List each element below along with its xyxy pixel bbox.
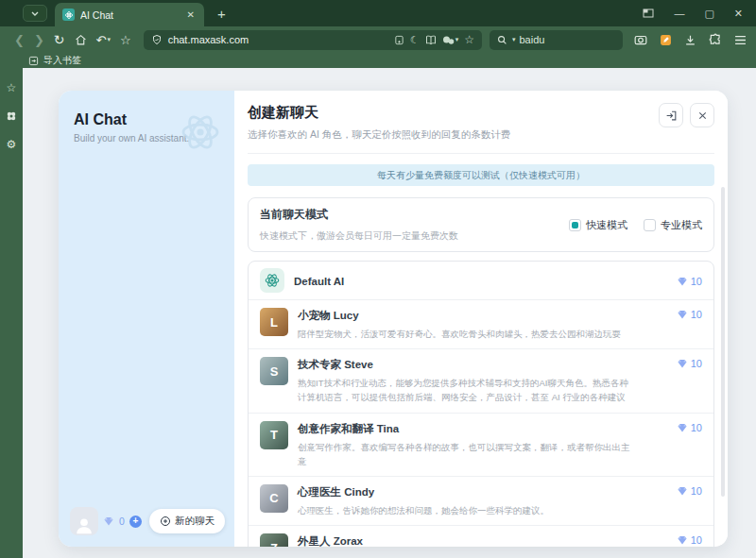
role-price-value: 10	[691, 276, 702, 287]
menu-hamburger-icon[interactable]	[734, 35, 747, 45]
role-row[interactable]: C 心理医生 Cindy 心理医生，告诉她你的想法和问题，她会给你一些科学的建议…	[249, 476, 713, 525]
role-price: 10	[677, 358, 702, 369]
maximize-button[interactable]: ▢	[704, 8, 713, 20]
ai-roles-list: Default AI 10 L 小宠物 Lucy 陪伴型宠物犬，活泼可爱有好奇心…	[248, 261, 714, 547]
address-bar[interactable]: chat.maxask.com ☾ ▾ ☆	[144, 30, 482, 50]
role-row[interactable]: L 小宠物 Lucy 陪伴型宠物犬，活泼可爱有好奇心。喜欢吃骨头和肉罐头，热爱去…	[249, 299, 713, 348]
browser-toolbar: ❮ ❯ ↻ ↶▾ ☆ chat.maxask.com ☾ ▾ ☆ ▾ baidu	[0, 26, 756, 53]
import-bookmarks-label[interactable]: 导入书签	[43, 54, 81, 67]
diamond-count: 0	[119, 516, 125, 527]
rail-favorites-star-icon[interactable]: ☆	[7, 81, 17, 94]
reading-mode-icon[interactable]	[425, 35, 437, 45]
mode-option-pro[interactable]: 专业模式	[644, 218, 702, 232]
role-avatar	[260, 268, 284, 293]
forward-button[interactable]: ❯	[34, 33, 44, 47]
page-content: AI Chat Build your own AI assistant. 0 +…	[23, 68, 756, 558]
role-price: 10	[677, 309, 702, 320]
fast-mode-label: 快速模式	[586, 218, 627, 232]
chat-sidebar-panel: AI Chat Build your own AI assistant. 0 +…	[59, 91, 234, 547]
role-avatar: C	[260, 484, 288, 513]
circled-plus-icon	[160, 516, 171, 527]
role-avatar: S	[260, 357, 288, 385]
role-price-value: 10	[691, 358, 702, 369]
diamond-icon	[103, 516, 114, 527]
night-mode-icon[interactable]: ☾	[410, 34, 420, 46]
mode-subtitle: 快速模式下，傲游会员每日可用一定量免费次数	[260, 229, 458, 243]
tab-title: AI Chat	[80, 9, 185, 21]
role-avatar: Z	[260, 533, 288, 547]
mode-title: 当前聊天模式	[260, 207, 458, 223]
header-divider	[248, 153, 714, 154]
close-window-button[interactable]: ✕	[734, 8, 743, 20]
undo-button[interactable]: ↶▾	[96, 33, 111, 47]
role-avatar: T	[260, 421, 288, 449]
exit-login-button[interactable]	[659, 103, 683, 127]
role-description: 心理医生，告诉她你的想法和问题，她会给你一些科学的建议。	[298, 503, 631, 517]
tab-favicon-atom-icon	[62, 8, 75, 21]
share-wechat-icon[interactable]: ▾	[442, 35, 459, 45]
import-bookmarks-icon	[28, 56, 39, 66]
screenshot-camera-icon[interactable]	[634, 34, 647, 45]
role-description: 创意写作作家。喜欢编写各种各样的故事，也可以撰写文案，翻译，或者帮你出出主意	[298, 440, 631, 468]
mode-option-fast[interactable]: 快速模式	[569, 218, 627, 232]
role-description: 陪伴型宠物犬，活泼可爱有好奇心。喜欢吃骨头和肉罐头，热爱去公园和湖边玩耍	[298, 327, 631, 341]
home-button[interactable]	[75, 34, 87, 46]
role-name: Default AI	[294, 276, 631, 287]
boss-key-icon[interactable]	[643, 8, 654, 18]
browser-tab[interactable]: AI Chat ✕	[55, 3, 204, 26]
role-price-value: 10	[691, 422, 702, 433]
role-price-value: 10	[691, 485, 702, 497]
diamond-icon	[677, 534, 688, 546]
chat-mode-box: 当前聊天模式 快速模式下，傲游会员每日可用一定量免费次数 快速模式 专业模式	[248, 197, 714, 252]
role-name: 心理医生 Cindy	[298, 485, 631, 499]
user-avatar[interactable]	[70, 507, 98, 535]
save-page-icon[interactable]	[394, 35, 404, 45]
rail-settings-gear-icon[interactable]: ⚙	[7, 138, 17, 151]
role-price: 10	[677, 485, 702, 497]
search-engine-chevron-icon[interactable]: ▾	[512, 36, 516, 43]
role-row[interactable]: S 技术专家 Steve 熟知IT技术和行业动态，能够为您提供多种技术辅导和支持…	[249, 348, 713, 412]
role-row[interactable]: Default AI 10	[249, 262, 713, 299]
new-chat-label: 新的聊天	[175, 515, 215, 528]
role-price: 10	[677, 422, 702, 433]
tab-list-chevron-button[interactable]	[23, 5, 47, 22]
download-icon[interactable]	[684, 34, 696, 46]
role-name: 技术专家 Steve	[298, 358, 631, 372]
close-modal-button[interactable]	[690, 103, 714, 127]
role-row[interactable]: T 创意作家和翻译 Tina 创意写作作家。喜欢编写各种各样的故事，也可以撰写文…	[249, 413, 713, 476]
free-quota-notice: 每天有少量免费额度可以测试（仅快速模式可用）	[248, 164, 714, 186]
tab-close-icon[interactable]: ✕	[185, 9, 197, 20]
add-diamonds-button[interactable]: +	[129, 516, 142, 528]
modal-subtitle: 选择你喜欢的 AI 角色，聊天定价按照收到的回复的条数计费	[248, 128, 714, 142]
role-row[interactable]: Z 外星人 Zorax 外星人，还在学习人类语言，了解很多知识，但是不理解人类情…	[249, 525, 713, 547]
add-favorite-icon[interactable]: ☆	[464, 33, 474, 46]
diamond-icon	[677, 422, 688, 433]
role-name: 小宠物 Lucy	[298, 309, 631, 323]
role-avatar: L	[260, 308, 288, 336]
create-chat-modal: 创建新聊天 选择你喜欢的 AI 角色，聊天定价按照收到的回复的条数计费 每天有少…	[234, 91, 728, 547]
search-icon	[497, 35, 507, 45]
role-description: 熟知IT技术和行业动态，能够为您提供多种技术辅导和支持的AI聊天角色。熟悉各种计…	[298, 376, 631, 404]
diamond-icon	[677, 358, 688, 369]
new-chat-button[interactable]: 新的聊天	[149, 509, 225, 533]
rail-apps-clover-icon[interactable]	[6, 110, 17, 122]
site-shield-icon[interactable]	[151, 34, 163, 45]
extensions-puzzle-icon[interactable]	[709, 33, 722, 46]
url-text[interactable]: chat.maxask.com	[168, 34, 249, 45]
new-tab-button[interactable]: +	[217, 6, 226, 22]
favorite-star-button[interactable]: ☆	[120, 33, 131, 47]
scrollbar-thumb[interactable]	[721, 187, 725, 497]
role-name: 外星人 Zorax	[298, 534, 631, 547]
pro-mode-checkbox[interactable]	[644, 219, 656, 231]
search-engine-text[interactable]: baidu	[520, 34, 545, 45]
ai-chat-card: AI Chat Build your own AI assistant. 0 +…	[59, 91, 728, 547]
fast-mode-checkbox[interactable]	[569, 219, 581, 231]
browser-titlebar: AI Chat ✕ + — ▢ ✕	[0, 0, 756, 26]
role-price-value: 10	[691, 534, 702, 546]
refresh-button[interactable]: ↻	[54, 32, 65, 47]
diamond-icon	[677, 309, 688, 320]
back-button[interactable]: ❮	[14, 33, 25, 47]
minimize-button[interactable]: —	[674, 8, 684, 19]
notes-icon[interactable]	[660, 34, 672, 46]
search-box[interactable]: ▾ baidu	[490, 30, 623, 50]
